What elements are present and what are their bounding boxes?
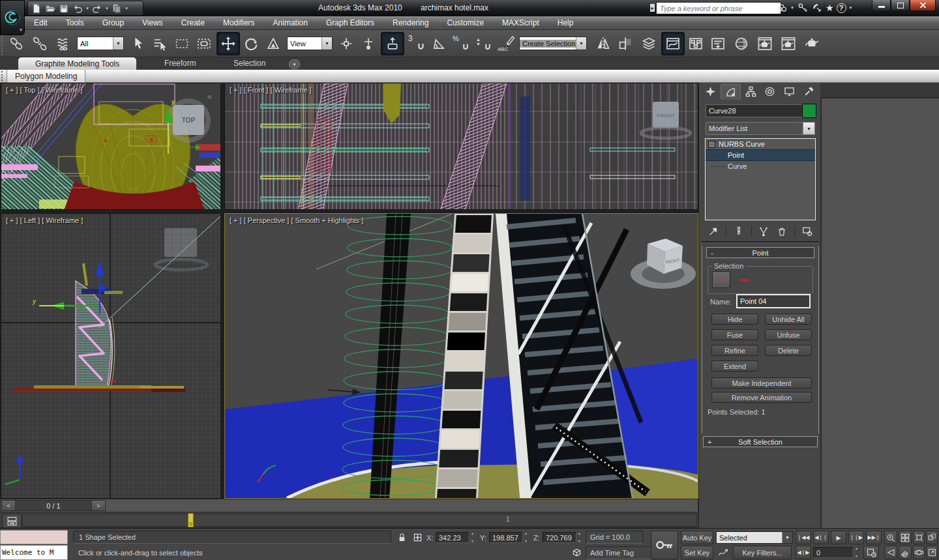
restore-button[interactable] [891,0,910,11]
named-selection-sets-dropdown[interactable]: Create Selection Se▼ [519,37,587,50]
undo-flyout-caret[interactable]: ▼ [85,7,89,10]
delete-button[interactable]: Delete [765,345,812,356]
make-unique-button[interactable] [758,226,769,237]
curve-segment-selection-icon[interactable] [739,277,754,284]
menu-rendering[interactable]: Rendering [391,16,430,29]
viewport-front-label[interactable]: [ + ] [ Front ] [ Wireframe ] [230,86,312,94]
zoom-extents-button[interactable] [913,531,925,544]
toolbar-grip[interactable] [1,33,5,55]
viewport-front[interactable]: FRONT [ + ] [ Front ] [ Wireframe ] [224,83,698,210]
x-coordinate-field[interactable]: 342.23 [436,532,470,543]
y-coordinate-field[interactable]: 198.857 [489,532,523,543]
rollout-collapse-icon[interactable]: - [711,249,720,257]
zoom-extents-all-button[interactable] [926,531,938,544]
absolute-offset-toggle[interactable] [411,531,424,544]
manage-layers-button[interactable] [638,33,660,55]
select-and-rotate-button[interactable] [240,33,262,55]
make-independent-button[interactable]: Make Independent [711,377,812,389]
viewport-perspective[interactable]: RIGHT [ + ] [ Perspective ] [ Smooth + H… [224,213,698,499]
app-menu-button[interactable]: ▼ [0,0,25,35]
undo-button[interactable] [72,3,83,14]
current-frame-field[interactable]: 0 [813,547,854,558]
infocenter-expander-icon[interactable]: ▸ [650,4,655,12]
tab-hierarchy[interactable] [741,84,760,99]
help-icon[interactable]: ? [837,3,846,13]
percent-snap-toggle[interactable]: % [450,33,472,55]
viewport-left[interactable]: y z [ + ] [ Left ] [ Wireframe ] [1,213,221,499]
schematic-view-button[interactable] [685,33,707,55]
key-mode-dropdown[interactable]: Selected▼ [716,531,793,544]
play-button[interactable]: ▶ [831,531,846,544]
minimize-button[interactable] [872,0,891,11]
project-folder-button[interactable] [111,3,123,14]
new-key-default-in-out-icon[interactable] [716,546,730,559]
edit-named-selection-sets-button[interactable]: ABC [496,33,518,55]
extend-button[interactable]: Extend [711,361,758,372]
angle-snap-toggle[interactable] [428,33,450,55]
current-frame-marker[interactable]: 0 [188,513,194,527]
help-caret[interactable]: ▼ [849,6,853,10]
maximize-viewport-toggle[interactable] [926,546,938,559]
object-name-field[interactable] [706,104,803,117]
configure-modifier-sets-button[interactable] [801,226,813,237]
tab-create[interactable] [701,84,720,99]
subscription-key-icon[interactable] [797,2,809,14]
viewport-top[interactable]: TOP N y [ + ] [ Top ] [ Wireframe ] [1,83,221,210]
maxscript-listener-pane[interactable]: Welcome to M [0,545,68,560]
menu-animation[interactable]: Animation [272,16,309,29]
object-color-swatch[interactable] [802,104,816,118]
ribbon-minimize-button[interactable]: ▼ [289,59,300,69]
ribbon-grip[interactable] [1,71,5,81]
select-and-link-button[interactable] [5,33,27,55]
unfuse-button[interactable]: Unfuse [765,329,812,340]
soft-selection-rollout-header[interactable]: + Soft Selection [703,436,818,447]
tab-utilities[interactable] [799,84,818,99]
use-pivot-point-center-button[interactable] [335,33,357,55]
rendered-frame-window-button[interactable] [777,33,799,55]
y-spinner[interactable]: ▲▼ [523,532,529,543]
communication-center-icon[interactable] [811,2,823,14]
z-coordinate-field[interactable]: 720.769 [543,532,576,543]
set-key-button[interactable]: Set Key [681,546,713,559]
menu-help[interactable]: Help [556,16,575,29]
menu-modifiers[interactable]: Modifiers [222,16,256,29]
key-filters-button[interactable]: Key Filters... [733,546,792,559]
pan-view-button[interactable] [899,546,912,559]
menu-group[interactable]: Group [101,16,125,29]
hide-button[interactable]: Hide [711,314,758,325]
time-slider-handle[interactable]: < 0 / 1 > [1,500,106,511]
next-frame-button[interactable]: ❘❘▶ [848,531,864,544]
viewport-perspective-label[interactable]: [ + ] [ Perspective ] [ Smooth + Highlig… [230,216,363,224]
tab-selection[interactable]: Selection [233,59,265,68]
keyboard-shortcut-override-toggle[interactable] [381,32,404,55]
prev-frame-arrow[interactable]: < [2,501,16,510]
orbit-button[interactable] [913,546,925,559]
pin-stack-button[interactable] [708,226,719,237]
track-bar-strip[interactable] [22,514,697,527]
tab-motion[interactable] [760,84,779,99]
x-spinner[interactable]: ▲▼ [470,532,475,543]
select-and-manipulate-button[interactable] [357,33,380,55]
set-keys-button[interactable] [651,531,678,559]
align-button[interactable] [614,33,636,55]
tab-freeform[interactable]: Freeform [164,59,196,68]
tab-graphite-modeling-tools[interactable]: Graphite Modeling Tools [18,57,136,70]
go-to-start-button[interactable]: ❘◀◀ [796,531,811,544]
z-spinner[interactable]: ▲▼ [576,532,582,543]
stack-expander-icon[interactable]: - [708,141,715,148]
unhide-all-button[interactable]: Unhide All [765,314,812,325]
dope-sheet-button[interactable] [707,33,729,55]
show-end-result-button[interactable] [733,226,745,237]
render-setup-button[interactable] [754,33,776,55]
search-options-caret[interactable]: ▼ [790,6,794,10]
macro-recorder-pane[interactable] [0,530,68,544]
modifier-list-dropdown[interactable]: Modifier List ▼ [706,122,815,135]
menu-create[interactable]: Create [180,16,206,29]
polygon-modeling-panel[interactable]: Polygon Modeling [7,70,85,83]
menu-views[interactable]: Views [141,16,164,29]
viewport-top-label[interactable]: [ + ] [ Top ] [ Wireframe ] [6,86,82,94]
point-name-field[interactable] [736,294,811,308]
new-file-button[interactable] [31,3,42,14]
curve-editor-button[interactable] [661,32,685,55]
rectangular-selection-region-button[interactable] [171,33,193,55]
